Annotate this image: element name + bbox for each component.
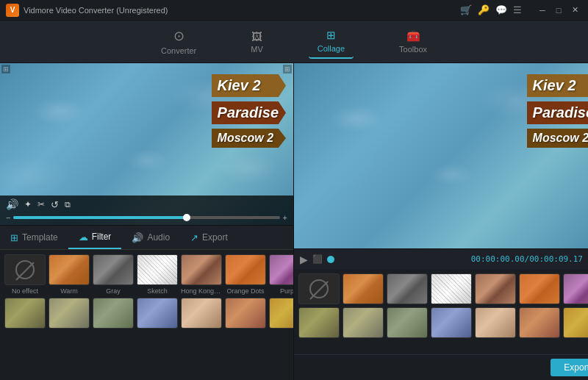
right-filter-r2-6[interactable] [519,307,560,338]
tab-audio[interactable]: 🔊 Audio [121,226,180,249]
right-filter-r2-1[interactable] [298,307,340,338]
export-tab-label: Export [202,232,228,243]
filter-purple[interactable]: Purple [269,254,293,295]
playback-dot-active[interactable] [327,256,334,263]
right-filter-thumb-no-effect[interactable] [298,273,340,304]
progress-thumb[interactable] [183,214,190,221]
right-filter-thumb-r2-7[interactable] [563,307,588,338]
filter-thumb-hk[interactable] [181,254,222,285]
filter-r2-2[interactable] [49,298,90,331]
filter-label-purple: Purple [280,287,293,295]
right-filter-r2-7[interactable] [563,307,588,338]
filter-thumb-r2-2[interactable] [49,298,90,329]
right-filter-hk[interactable] [475,273,516,304]
filter-gray[interactable]: Gray [93,254,134,295]
chat-icon[interactable]: 💬 [495,4,507,15]
template-tab-icon: ⊞ [10,232,18,243]
tab-filter[interactable]: ☁ Filter [68,226,122,249]
filter-tab-icon: ☁ [79,232,88,243]
right-filter-gray[interactable] [387,273,428,304]
filter-r2-7[interactable] [269,298,293,331]
audio-tab-label: Audio [147,232,170,243]
filter-r2-4[interactable] [137,298,178,331]
right-filter-warm[interactable] [343,273,384,304]
mv-label: MV [251,45,263,54]
filter-thumb-r2-6[interactable] [225,298,266,329]
play-icon[interactable]: ▶ [300,254,308,265]
filter-r2-3[interactable] [93,298,134,331]
maximize-button[interactable]: □ [551,4,566,17]
right-filter-thumb-purple[interactable] [563,273,588,304]
right-no-effect-circle [309,279,329,298]
filter-sketch[interactable]: Sketch [137,254,178,295]
right-filter-no-effect[interactable] [298,273,340,304]
right-filter-thumb-r2-5[interactable] [475,307,516,338]
cart-icon[interactable]: 🛒 [460,4,472,15]
filter-thumb-gray[interactable] [93,254,134,285]
right-filter-purple[interactable] [563,273,588,304]
key-icon[interactable]: 🔑 [478,4,490,15]
menu-icon[interactable]: ☰ [513,4,522,15]
right-filter-thumb-warm[interactable] [343,273,384,304]
right-filter-sketch[interactable] [431,273,472,304]
progress-plus[interactable]: + [283,213,287,222]
right-filter-r2-4[interactable] [431,307,472,338]
close-button[interactable]: ✕ [567,4,582,17]
filter-warm[interactable]: Warm [49,254,90,295]
filter-orange-dots[interactable]: Orange Dots [225,254,266,295]
filter-thumb-r2-1[interactable] [4,298,46,329]
tab-mv[interactable]: 🖼 MV [242,26,272,58]
tab-collage[interactable]: ⊞ Collage [309,24,354,59]
tab-export[interactable]: ↗ Export [180,226,238,249]
right-filter-r2-2[interactable] [343,307,384,338]
filter-thumb-purple[interactable] [269,254,293,285]
right-filter-thumb-r2-4[interactable] [431,307,472,338]
right-filter-thumb-hk[interactable] [475,273,516,304]
tab-toolbox[interactable]: 🧰 Toolbox [390,25,436,58]
filter-thumb-warm[interactable] [49,254,90,285]
volume-control-icon[interactable]: 🔊 [6,198,18,210]
filter-hk-movie[interactable]: Hong Kong Movie [181,254,222,295]
right-filter-thumb-gray[interactable] [387,273,428,304]
right-filter-thumb-orange[interactable] [519,273,560,304]
right-filter-r2-3[interactable] [387,307,428,338]
right-filter-thumb-r2-3[interactable] [387,307,428,338]
filter-thumb-r2-4[interactable] [137,298,178,329]
filter-thumb-r2-3[interactable] [93,298,134,329]
progress-track[interactable] [13,216,279,219]
nav-tabs: ⊙ Converter 🖼 MV ⊞ Collage 🧰 Toolbox [0,21,588,63]
filter-thumb-sketch[interactable] [137,254,178,285]
rotate-control-icon[interactable]: ↺ [51,199,59,210]
copy-control-icon[interactable]: ⧉ [65,200,71,209]
converter-icon: ⊙ [173,28,184,44]
filter-thumb-r2-5[interactable] [181,298,222,329]
filter-r2-1[interactable] [4,298,46,331]
right-filter-thumb-r2-2[interactable] [343,307,384,338]
right-filter-thumb-r2-6[interactable] [519,307,560,338]
minimize-button[interactable]: ─ [535,4,550,17]
progress-bar[interactable]: − + [6,213,287,222]
filter-thumb-no-effect[interactable] [4,254,46,285]
filter-thumb-orange-dots[interactable] [225,254,266,285]
control-icons-row: 🔊 ✦ ✂ ↺ ⧉ [6,198,287,210]
brightness-control-icon[interactable]: ✦ [24,199,32,209]
filter-no-effect[interactable]: No effect [4,254,46,295]
right-filter-thumb-r2-1[interactable] [298,307,340,338]
filter-r2-5[interactable] [181,298,222,331]
progress-minus[interactable]: − [6,213,10,222]
filter-r2-6[interactable] [225,298,266,331]
filter-thumb-r2-7[interactable] [269,298,293,329]
window-controls: ─ □ ✕ [535,4,582,17]
export-button[interactable]: Export [551,359,588,376]
current-time: 00:00:00.00/00:00:09.17 [471,254,583,264]
app-icon: V [6,4,19,17]
tab-converter[interactable]: ⊙ Converter [152,24,205,60]
tab-template[interactable]: ⊞ Template [0,226,68,249]
cut-control-icon[interactable]: ✂ [37,199,45,209]
stop-icon[interactable]: ⬛ [312,254,323,264]
right-filter-thumb-sketch[interactable] [431,273,472,304]
right-bottom: Export [294,269,588,380]
right-filter-r2-5[interactable] [475,307,516,338]
right-filter-orange-dots[interactable] [519,273,560,304]
right-filter-rows [294,269,588,354]
